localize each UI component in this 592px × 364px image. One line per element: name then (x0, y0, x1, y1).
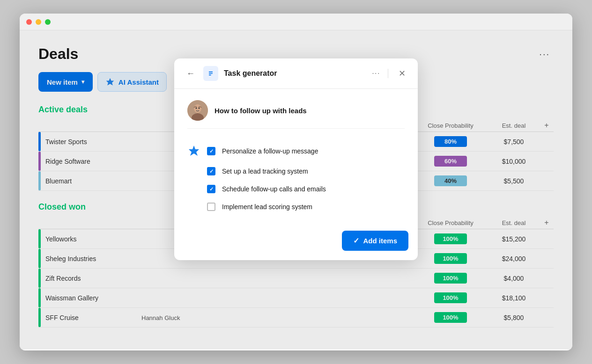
avatar (187, 100, 208, 121)
task-label: Personalize a follow-up message (222, 147, 318, 155)
titlebar (20, 14, 572, 30)
task-item: ✓ Schedule follow-up calls and emails (187, 180, 405, 198)
add-items-label: Add items (363, 237, 397, 245)
task-item: ✓ Personalize a follow-up message (187, 140, 405, 162)
modal-back-button[interactable]: ← (184, 68, 198, 80)
query-row: How to follow up with leads (187, 100, 405, 129)
app-window: Deals ··· New item ▾ AI Assistant Active… (20, 14, 572, 350)
check-icon: ✓ (209, 148, 214, 154)
svg-rect-4 (209, 75, 211, 76)
modal-icon (203, 66, 218, 81)
task-item: Implement lead scoring system (187, 198, 405, 216)
modal-header: ← Task generator ··· ✕ (174, 58, 418, 89)
add-items-button[interactable]: ✓ Add items (342, 231, 408, 251)
query-text: How to follow up with leads (215, 107, 307, 115)
svg-point-6 (194, 104, 201, 113)
modal-title: Task generator (224, 69, 366, 78)
modal-overlay: ← Task generator ··· ✕ (20, 30, 572, 349)
task-icon (206, 69, 215, 78)
close-traffic-light[interactable] (26, 19, 32, 25)
task-generator-modal: ← Task generator ··· ✕ (174, 58, 418, 260)
task-label: Set up a lead tracking system (222, 167, 308, 175)
task-checkbox[interactable]: ✓ (207, 147, 215, 155)
svg-rect-2 (209, 72, 213, 73)
check-icon: ✓ (209, 168, 214, 175)
maximize-traffic-light[interactable] (45, 19, 51, 25)
task-checkbox[interactable]: ✓ (207, 167, 215, 175)
task-label: Schedule follow-up calls and emails (222, 185, 326, 193)
user-avatar-image (187, 100, 208, 121)
modal-close-button[interactable]: ✕ (396, 67, 408, 80)
task-checkbox[interactable] (207, 203, 215, 211)
modal-divider (388, 69, 388, 78)
ai-task-icon (187, 145, 200, 158)
svg-marker-10 (189, 146, 199, 156)
task-item: ✓ Set up a lead tracking system (187, 162, 405, 180)
page-content: Deals ··· New item ▾ AI Assistant Active… (20, 30, 572, 349)
task-list: ✓ Personalize a follow-up message ✓ Set … (187, 140, 405, 216)
modal-more-button[interactable]: ··· (372, 69, 380, 78)
svg-point-8 (196, 108, 197, 109)
check-icon: ✓ (209, 186, 214, 192)
svg-rect-3 (209, 73, 213, 74)
checkmark-icon: ✓ (353, 236, 359, 245)
modal-footer: ✓ Add items (174, 225, 418, 260)
modal-body: How to follow up with leads ✓ Pe (174, 89, 418, 225)
svg-point-9 (199, 108, 200, 109)
minimize-traffic-light[interactable] (36, 19, 41, 25)
task-checkbox[interactable]: ✓ (207, 185, 215, 193)
task-label: Implement lead scoring system (222, 203, 312, 211)
